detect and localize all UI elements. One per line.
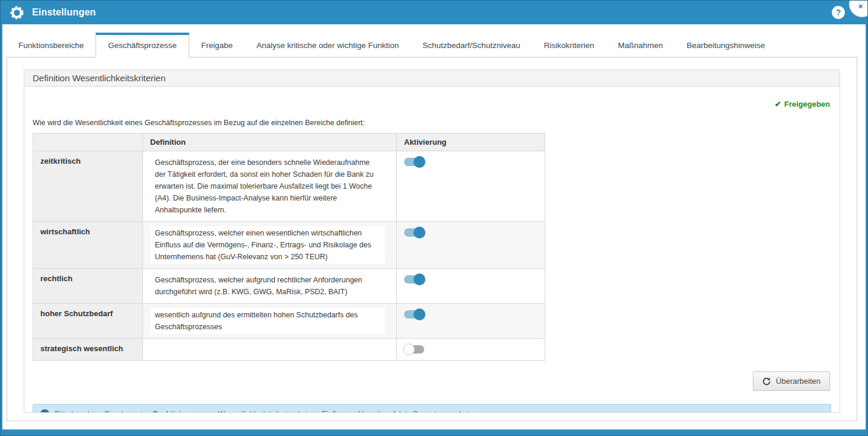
criterion-definition: Geschäftsprozess, der eine besonders sch…: [150, 155, 385, 217]
toggle-knob: [414, 273, 425, 285]
tab-analyse-kritische-funktion[interactable]: Analyse kritische oder wichtige Funktion: [244, 33, 411, 57]
table-row-rechtlich: rechtlich Geschäftsprozess, welcher aufg…: [33, 269, 545, 304]
tab-geschaeftsprozesse[interactable]: Geschäftsprozesse: [96, 33, 189, 58]
check-icon: ✔: [775, 100, 781, 109]
criterion-label: wirtschaftlich: [33, 222, 143, 269]
tab-massnahmen[interactable]: Maßnahmen: [606, 33, 675, 57]
tab-schutzbedarf-schutzniveau[interactable]: Schutzbedarf/Schutzniveau: [411, 33, 532, 57]
button-row: Überarbeiten: [33, 371, 830, 391]
panel-title: Definition Wesentlichkeitskriterien: [24, 70, 840, 87]
activation-toggle-wirtschaftlich[interactable]: [404, 228, 424, 237]
ueberarbeiten-button-label: Überarbeiten: [776, 377, 821, 386]
activation-toggle-strategisch-wesentlich[interactable]: [404, 345, 424, 354]
window-body: Funktionsbereiche Geschäftsprozesse Frei…: [2, 24, 866, 429]
tab-content-container: Definition Wesentlichkeitskriterien ✔Fre…: [7, 58, 857, 421]
table-row-wirtschaftlich: wirtschaftlich Geschäftsprozess, welcher…: [33, 222, 545, 269]
info-icon: i: [40, 409, 49, 413]
table-row-zeitkritisch: zeitkritisch Geschäftsprozess, der eine …: [33, 151, 545, 222]
info-message-bold: Deaktivierung: [152, 410, 202, 413]
gear-icon: [9, 5, 25, 21]
toggle-knob: [414, 156, 425, 168]
wesentlichkeitskriterien-panel: Definition Wesentlichkeitskriterien ✔Fre…: [24, 69, 840, 413]
settings-window: Einstellungen ? × Funktionsbereiche Gesc…: [0, 0, 868, 436]
criterion-definition: Geschäftsprozess, welcher aufgrund recht…: [150, 273, 385, 299]
status-badge: ✔Freigegeben: [775, 100, 830, 109]
column-header-aktivierung: Aktivierung: [397, 133, 545, 151]
ueberarbeiten-button[interactable]: Überarbeiten: [753, 371, 830, 391]
window-title: Einstellungen: [32, 7, 96, 18]
toggle-knob: [414, 227, 425, 238]
table-row-hoher-schutzbedarf: hoher Schutzbedarf wesentlich aufgrund d…: [33, 304, 545, 339]
panel-body: ✔Freigegeben Wie wird die Wesentlichkeit…: [24, 87, 840, 413]
criterion-definition: [150, 349, 160, 351]
criterion-definition: wesentlich aufgrund des ermittelten hohe…: [150, 308, 385, 334]
toggle-knob: [403, 343, 415, 355]
column-header-definition: Definition: [143, 133, 397, 151]
status-row: ✔Freigegeben: [34, 98, 830, 109]
tab-risikokriterien[interactable]: Risikokriterien: [532, 33, 606, 57]
criterion-label: zeitkritisch: [33, 151, 143, 222]
toggle-knob: [414, 308, 425, 320]
tab-freigabe[interactable]: Freigabe: [189, 33, 244, 57]
criterion-definition: Geschäftsprozess, welcher einen wesentli…: [150, 226, 385, 264]
column-header-criterion: [33, 133, 143, 151]
criterion-label: rechtlich: [33, 269, 143, 304]
tab-bearbeitungshinweise[interactable]: Bearbeitungshinweise: [675, 33, 777, 57]
criterion-label: strategisch wesentlich: [33, 339, 143, 361]
tab-funktionsbereiche[interactable]: Funktionsbereiche: [7, 33, 96, 57]
info-message: Bitte beachten Sie, dass eine Deaktivier…: [55, 410, 471, 413]
status-label: Freigegeben: [784, 100, 830, 109]
criterion-label: hoher Schutzbedarf: [33, 304, 143, 339]
table-description: Wie wird die Wesentlichkeit eines Geschä…: [33, 119, 831, 127]
tab-bar: Funktionsbereiche Geschäftsprozesse Frei…: [7, 33, 857, 58]
criteria-table: Definition Aktivierung zeitkritisch Gesc…: [33, 133, 545, 361]
table-header-row: Definition Aktivierung: [33, 133, 545, 151]
activation-toggle-zeitkritisch[interactable]: [404, 158, 424, 166]
activation-toggle-hoher-schutzbedarf[interactable]: [404, 310, 424, 319]
close-icon[interactable]: ×: [858, 2, 863, 10]
info-bar: i Bitte beachten Sie, dass eine Deaktivi…: [33, 404, 831, 413]
refresh-icon: [762, 377, 771, 386]
table-row-strategisch-wesentlich: strategisch wesentlich: [33, 339, 545, 361]
title-bar: Einstellungen ? ×: [1, 1, 867, 24]
help-icon[interactable]: ?: [832, 6, 845, 19]
activation-toggle-rechtlich[interactable]: [404, 275, 424, 284]
